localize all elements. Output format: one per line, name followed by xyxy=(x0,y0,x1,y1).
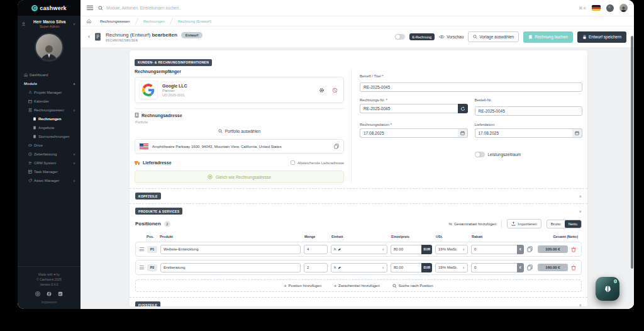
drag-handle-icon[interactable] xyxy=(140,247,144,251)
discount-input[interactable] xyxy=(471,263,517,272)
add-position-bar: + Position hinzufügen + Zwischentitel hi… xyxy=(135,279,582,292)
collapse-icon[interactable]: ∧ xyxy=(579,194,582,198)
topbar-avatar[interactable] xyxy=(619,4,628,12)
quantity-input[interactable] xyxy=(304,263,328,272)
calendar-icon[interactable] xyxy=(572,128,582,138)
import-button[interactable]: Importieren xyxy=(507,219,541,228)
unit-price-input[interactable] xyxy=(391,245,421,254)
user-menu[interactable]: Herr Marco Silva Super Admin ∨ xyxy=(18,16,80,28)
sidebar-item-dashboard[interactable]: Dashboard xyxy=(24,70,77,79)
select-template-button[interactable]: Vorlage auswählen xyxy=(468,31,519,42)
vat-select[interactable]: 19% MwSt. ∨ xyxy=(435,263,468,272)
drive-icon xyxy=(28,143,32,147)
deactivate-icon[interactable] xyxy=(332,87,338,93)
trash-icon[interactable] xyxy=(571,265,576,271)
regenerate-number-button[interactable] xyxy=(458,104,468,113)
billing-address-card[interactable]: Amphitheatre Parkway 1600, 94043, Mounta… xyxy=(135,139,344,154)
linkedin-icon[interactable] xyxy=(58,291,64,296)
sidebar-item-zeiterfassung[interactable]: Zeiterfassung ∨ xyxy=(24,150,77,159)
deviating-address-checkbox[interactable] xyxy=(291,160,295,165)
collapse-icon[interactable]: ∨ xyxy=(579,209,582,213)
unit-select[interactable]: h ∨ xyxy=(331,245,387,254)
sidebar-item-angebote[interactable]: Angebote xyxy=(24,123,77,132)
calendar-icon xyxy=(28,99,32,103)
collapse-icon[interactable]: ∧ xyxy=(579,303,582,307)
discount-unit-suffix: € xyxy=(517,245,524,254)
unit-price-input[interactable] xyxy=(391,263,421,272)
preview-button[interactable]: Vorschau xyxy=(439,35,464,39)
instagram-icon[interactable] xyxy=(35,291,41,296)
brand-logo[interactable]: C cashwerk xyxy=(18,0,80,16)
breadcrumb-rechnungswesen[interactable]: Rechnungswesen xyxy=(94,16,136,26)
sidebar-item-rechnungen[interactable]: Rechnungen xyxy=(24,115,77,123)
us-flag-icon xyxy=(140,143,148,149)
invoice-no-input[interactable] xyxy=(360,104,458,113)
delivery-date-input[interactable] xyxy=(475,128,573,138)
topbar: ⌘ K xyxy=(80,0,634,16)
discount-input[interactable] xyxy=(471,245,517,254)
duplicate-icon[interactable] xyxy=(527,264,533,271)
scrollbar[interactable] xyxy=(631,36,633,269)
sidebar-item-drive[interactable]: Drive xyxy=(24,141,77,150)
add-total-discount-link[interactable]: % Gesamtrabatt hinzufügen xyxy=(449,222,497,226)
avatar[interactable] xyxy=(35,33,64,62)
save-draft-button[interactable]: Entwurf speichern xyxy=(577,31,626,43)
chevron-down-icon: ∨ xyxy=(73,152,77,156)
sidebar-item-projekt-manager[interactable]: Projekt Manager xyxy=(24,88,77,97)
impressum-link[interactable]: Impressum xyxy=(20,300,78,304)
add-position-button[interactable]: + Position hinzufügen xyxy=(284,284,321,288)
back-button[interactable]: ‹ xyxy=(88,34,90,40)
search-position-button[interactable]: Suche nach Position xyxy=(392,284,433,288)
same-as-billing-button[interactable]: Gleich wie Rechnungsadresse xyxy=(135,171,344,183)
sidebar-item-stornorechnungen[interactable]: Stornorechnungen xyxy=(24,132,77,141)
sidebar-item-task-manager[interactable]: Task Manager xyxy=(24,167,77,176)
german-flag-icon[interactable] xyxy=(592,5,601,11)
book-invoice-button[interactable]: Rechnung buchen xyxy=(523,31,573,43)
copy-icon[interactable] xyxy=(334,143,339,149)
breadcrumb-rechnung-entwurf[interactable]: Rechnung (Entwurf) xyxy=(172,16,218,26)
e-invoice-toggle[interactable] xyxy=(395,34,405,40)
duplicate-icon[interactable] xyxy=(527,246,533,252)
sidebar-item-crm-system[interactable]: CRM System ∨ xyxy=(24,159,77,167)
search-input[interactable] xyxy=(106,6,270,10)
service-period-toggle[interactable] xyxy=(475,152,485,157)
user-name: Herr Marco Silva xyxy=(28,20,71,24)
clock-icon xyxy=(28,152,32,156)
unit-select[interactable]: h ∨ xyxy=(331,263,387,272)
home-icon[interactable] xyxy=(87,16,94,26)
currency-suffix: EUR xyxy=(421,263,432,272)
client-card[interactable]: Google LLC Partner UD:2025-0001 xyxy=(135,77,344,103)
portfolio-select-button[interactable]: Portfolio auswählen xyxy=(135,129,344,133)
search-icon xyxy=(392,284,397,288)
subject-input[interactable] xyxy=(360,82,582,92)
row-total: 160.00 € xyxy=(538,264,568,271)
breadcrumb-rechnungen[interactable]: Rechnungen xyxy=(137,16,171,26)
gear-icon[interactable] xyxy=(319,87,325,93)
refresh-icon xyxy=(460,106,465,111)
invoice-date-input[interactable] xyxy=(360,128,458,138)
sidebar-item-asset-manager[interactable]: Asset Manager ∨ xyxy=(24,176,77,185)
product-input[interactable] xyxy=(160,245,301,254)
section-badge: KUNDEN- & RECHNUNGSINFORMATIONEN xyxy=(135,59,212,66)
chevron-down-icon: ∨ xyxy=(73,22,77,26)
globe-icon[interactable] xyxy=(606,4,614,12)
order-no-input[interactable] xyxy=(475,106,583,116)
positions-title: Positionen xyxy=(135,221,161,227)
add-subtitle-button[interactable]: + Zwischentitel hinzufügen xyxy=(334,284,380,288)
sidebar-item-kalender[interactable]: Kalender xyxy=(24,97,77,106)
menu-icon[interactable] xyxy=(87,6,93,10)
trash-icon[interactable] xyxy=(571,247,576,252)
quantity-input[interactable] xyxy=(304,245,328,254)
user-role: Super Admin xyxy=(28,25,71,28)
product-input[interactable] xyxy=(160,263,301,272)
brutto-option[interactable]: Brutto xyxy=(547,220,565,228)
building-icon xyxy=(135,113,139,118)
vat-select[interactable]: 19% MwSt. ∨ xyxy=(435,245,468,254)
sidebar-section-module[interactable]: Module ∧ xyxy=(24,79,77,88)
calendar-icon[interactable] xyxy=(458,128,468,138)
netto-option[interactable]: Netto xyxy=(565,220,581,228)
ai-assistant-button[interactable] xyxy=(596,277,619,301)
drag-handle-icon[interactable] xyxy=(140,266,144,269)
sidebar-item-rechnungswesen[interactable]: Rechnungswesen ∨ xyxy=(24,106,77,115)
facebook-icon[interactable] xyxy=(47,291,52,296)
